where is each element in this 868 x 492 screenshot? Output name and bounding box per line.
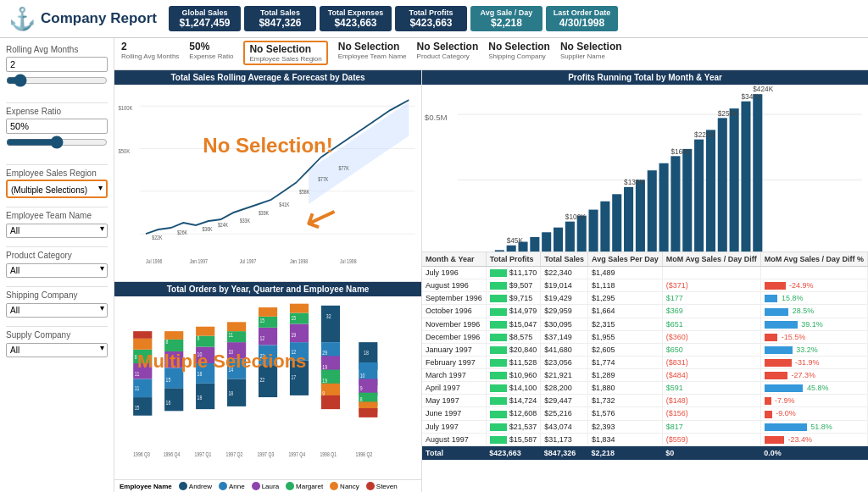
filter-bar: 2 Rolling Avg Months 50% Expense Ratio N… (114, 38, 868, 70)
table-row: May 1997 $14,724 $29,447 $1,732 ($148) -… (422, 395, 867, 407)
cell-month: July 1997 (422, 420, 486, 433)
rolling-avg-section: Rolling Avg Months (6, 45, 108, 94)
svg-rect-72 (290, 303, 309, 312)
filter-bar-team-label: Employee Team Name (338, 53, 407, 60)
cell-profits: $15,587 (486, 433, 541, 445)
filter-bar-product: No Selection Product Category (417, 41, 479, 60)
svg-text:1998 Q1: 1998 Q1 (320, 451, 337, 458)
shipping-company-select[interactable]: All (6, 303, 108, 318)
employee-sales-region-label: Employee Sales Region (6, 169, 108, 178)
filter-bar-product-value: No Selection (417, 41, 479, 53)
filter-bar-expense: 50% Expense Ratio (189, 41, 233, 60)
svg-text:$164K: $164K (671, 146, 692, 155)
legend-employee-label: Employee Name (120, 483, 172, 490)
kpi-card: Global Sales$1,247,459 (169, 6, 241, 31)
cell-diff-pct: -27.3% (760, 369, 867, 382)
cell-diff-pct: 45.8% (760, 382, 867, 395)
cell-diff-pct: -23.4% (760, 433, 867, 445)
table-section: Month & Year Total Profits Total Sales A… (422, 252, 868, 492)
cell-sales: $30,095 (541, 318, 588, 330)
svg-text:$220K: $220K (694, 130, 715, 139)
filter-bar-rolling-value: 2 (121, 41, 179, 53)
svg-rect-126 (624, 187, 633, 252)
svg-text:17: 17 (291, 373, 296, 380)
cell-diff: ($559) (662, 433, 760, 445)
cell-diff: $591 (662, 382, 760, 395)
main-layout: Rolling Avg Months Expense Ratio Employe… (0, 38, 868, 492)
table-row: February 1997 $11,528 $23,056 $1,774 ($8… (422, 356, 867, 368)
cell-diff-pct: 51.8% (760, 420, 867, 433)
employee-team-select[interactable]: All (6, 224, 108, 238)
expense-ratio-slider[interactable] (6, 135, 108, 149)
svg-rect-134 (718, 118, 727, 252)
product-category-label: Product Category (6, 251, 108, 260)
multiple-selections-annotation: Multiple Selections (137, 351, 306, 373)
cell-profits: $9,715 (486, 292, 541, 305)
svg-rect-54 (227, 322, 246, 331)
svg-text:$50K: $50K (118, 147, 130, 154)
expense-ratio-input[interactable] (6, 119, 108, 134)
svg-rect-94 (359, 408, 377, 417)
col-diff-pct: MoM Avg Sales / Day Diff % (760, 252, 867, 267)
svg-rect-128 (648, 170, 657, 252)
svg-text:15: 15 (166, 375, 171, 382)
svg-rect-135 (730, 108, 739, 252)
supply-company-label: Supply Company (6, 330, 108, 340)
product-category-select[interactable]: All (6, 263, 108, 278)
svg-text:29: 29 (322, 349, 327, 356)
filter-bar-region-label: Employee Sales Region (249, 55, 321, 63)
supply-company-section: Supply Company All ▾ (6, 330, 108, 357)
svg-rect-123 (589, 210, 598, 252)
cell-profits: $14,724 (486, 395, 541, 407)
cell-sales: $23,056 (541, 356, 588, 368)
filter-bar-supplier-value: No Selection (560, 41, 622, 53)
content-area: 2 Rolling Avg Months 50% Expense Ratio N… (114, 38, 868, 492)
svg-rect-77 (321, 305, 340, 341)
filter-bar-region[interactable]: No Selection Employee Sales Region (243, 41, 327, 65)
shipping-company-section: Shipping Company All ▾ (6, 290, 108, 318)
employee-sales-region-select[interactable]: (Multiple Selections) All (8, 184, 106, 196)
table-row: June 1997 $12,608 $25,216 $1,576 ($156) … (422, 407, 867, 420)
filter-bar-rolling: 2 Rolling Avg Months (121, 41, 179, 60)
svg-rect-133 (706, 130, 715, 252)
svg-text:$22K: $22K (152, 234, 163, 240)
cell-diff: $177 (662, 292, 760, 305)
cell-month: February 1997 (422, 356, 486, 368)
expense-ratio-label: Expense Ratio (6, 107, 108, 116)
table-row: April 1997 $14,100 $28,200 $1,880 $591 4… (422, 382, 867, 395)
cell-profits: $8,575 (486, 330, 541, 343)
filter-bar-product-label: Product Category (417, 53, 479, 60)
rolling-avg-input[interactable] (6, 57, 108, 72)
expense-ratio-section: Expense Ratio (6, 107, 108, 156)
table-row: March 1997 $10,960 $21,921 $1,289 ($484)… (422, 369, 867, 382)
filter-bar-expense-value: 50% (189, 41, 233, 53)
cell-diff-pct: 28.5% (760, 305, 867, 318)
bar-chart-svg: 15 11 11 8 16 15 8 (114, 296, 421, 480)
table-row: July 1997 $21,537 $43,074 $2,393 $817 51… (422, 420, 867, 433)
cell-diff: $817 (662, 420, 760, 433)
cell-sales: $19,429 (541, 292, 588, 305)
col-profits: Total Profits (486, 252, 541, 267)
rolling-avg-slider[interactable] (6, 74, 108, 87)
svg-text:$100K: $100K (118, 104, 132, 111)
bar-chart-body: Multiple Selections 15 11 (114, 296, 421, 480)
svg-rect-27 (133, 331, 152, 339)
svg-text:11: 11 (228, 330, 233, 337)
cell-month: October 1996 (422, 305, 486, 318)
cell-month: November 1996 (422, 318, 486, 330)
svg-text:1997 Q4: 1997 Q4 (288, 451, 305, 458)
filter-bar-shipping-value: No Selection (488, 41, 550, 53)
cell-profits: $20,840 (486, 343, 541, 356)
svg-text:12: 12 (259, 334, 264, 340)
cell-avg: $1,880 (588, 382, 663, 395)
cell-month: January 1997 (422, 343, 486, 356)
supply-company-select[interactable]: All (6, 343, 108, 357)
svg-text:1997 Q3: 1997 Q3 (257, 451, 274, 458)
table-wrapper[interactable]: Month & Year Total Profits Total Sales A… (422, 252, 868, 492)
cell-sales: $25,216 (541, 407, 588, 420)
svg-text:18: 18 (198, 394, 203, 401)
cell-month: June 1997 (422, 407, 486, 420)
footer-diff: $0 (662, 445, 760, 460)
svg-text:$24K: $24K (218, 221, 229, 228)
svg-text:8: 8 (360, 395, 363, 402)
